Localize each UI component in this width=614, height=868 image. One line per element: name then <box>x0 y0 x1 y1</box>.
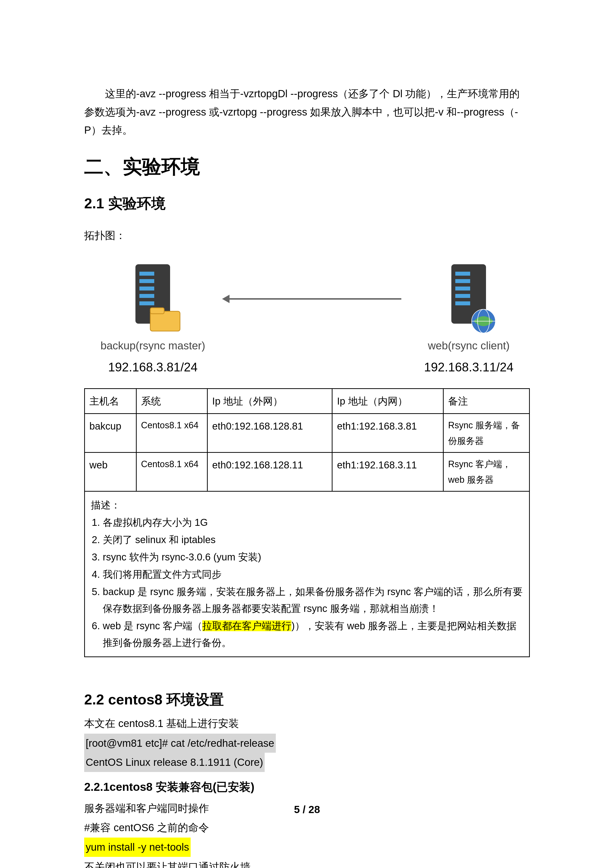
heading-2-2-1: 2.2.1centos8 安装兼容包(已安装) <box>84 777 530 797</box>
table-desc-row: 描述： 各虚拟机内存大小为 1G 关闭了 selinux 和 iptables … <box>85 491 530 657</box>
page-footer: 5 / 28 <box>0 800 614 819</box>
svg-rect-10 <box>455 279 470 283</box>
server-backup-icon <box>121 259 185 333</box>
svg-rect-7 <box>150 308 164 314</box>
s221-line2: #兼容 centOS6 之前的命令 <box>84 818 530 837</box>
list-item: 我们将用配置文件方式同步 <box>103 566 523 583</box>
col-system: 系统 <box>136 389 207 414</box>
s22-intro: 本文在 centos8.1 基础上进行安装 <box>84 715 530 733</box>
svg-rect-11 <box>455 287 470 290</box>
list-item: backup 是 rsync 服务端，安装在服务器上，如果备份服务器作为 rsy… <box>103 583 523 617</box>
heading-experiment-env: 二、实验环境 <box>84 150 530 184</box>
table-row: bakcup Centos8.1 x64 eth0:192.168.128.81… <box>85 414 530 452</box>
topology-label: 拓扑图： <box>84 226 530 245</box>
web-label: web(rsync client) <box>428 336 510 355</box>
svg-rect-6 <box>150 311 180 331</box>
intro-paragraph: 这里的-avz --progress 相当于-vzrtopgDl --progr… <box>84 85 530 139</box>
svg-rect-13 <box>455 301 470 305</box>
svg-rect-12 <box>455 294 470 298</box>
host-table: 主机名 系统 Ip 地址（外网） Ip 地址（内网） 备注 bakcup Cen… <box>84 388 530 657</box>
svg-rect-5 <box>139 301 154 305</box>
highlight-text: 拉取都在客户端进行 <box>202 620 291 631</box>
heading-2-2: 2.2 centos8 环境设置 <box>84 687 530 712</box>
svg-rect-1 <box>139 272 154 276</box>
s221-line3: 不关闭也可以要让其端口通过防火墙 <box>84 858 530 868</box>
heading-2-1: 2.1 实验环境 <box>84 191 530 216</box>
svg-rect-9 <box>455 272 470 276</box>
svg-rect-3 <box>139 287 154 290</box>
table-header-row: 主机名 系统 Ip 地址（外网） Ip 地址（内网） 备注 <box>85 389 530 414</box>
col-remark: 备注 <box>443 389 530 414</box>
web-ip: 192.168.3.11/24 <box>424 356 513 378</box>
code-install: yum install -y net-tools <box>84 837 191 857</box>
backup-label: backup(rsync master) <box>101 336 205 355</box>
svg-rect-2 <box>139 279 154 283</box>
list-item: rsync 软件为 rsync-3.0.6 (yum 安装) <box>103 549 523 566</box>
backup-server-node: backup(rsync master) 192.168.3.81/24 <box>101 259 205 378</box>
col-ip-wan: Ip 地址（外网） <box>207 389 332 414</box>
arrow-icon <box>228 298 401 300</box>
col-ip-lan: Ip 地址（内网） <box>332 389 443 414</box>
backup-ip: 192.168.3.81/24 <box>108 356 197 378</box>
col-hostname: 主机名 <box>85 389 137 414</box>
code-line: [root@vm81 etc]# cat /etc/redhat-release <box>84 734 276 753</box>
server-web-icon <box>437 259 501 333</box>
table-row: web Centos8.1 x64 eth0:192.168.128.11 et… <box>85 452 530 491</box>
list-item: web 是 rsync 客户端（拉取都在客户端进行)），安装有 web 服务器上… <box>103 617 523 651</box>
list-item: 关闭了 selinux 和 iptables <box>103 531 523 548</box>
svg-rect-4 <box>139 294 154 298</box>
topology-diagram: backup(rsync master) 192.168.3.81/24 <box>84 259 530 378</box>
code-line: CentOS Linux release 8.1.1911 (Core) <box>84 753 265 772</box>
desc-title: 描述： <box>91 497 523 513</box>
web-client-node: web(rsync client) 192.168.3.11/24 <box>424 259 513 378</box>
list-item: 各虚拟机内存大小为 1G <box>103 514 523 531</box>
